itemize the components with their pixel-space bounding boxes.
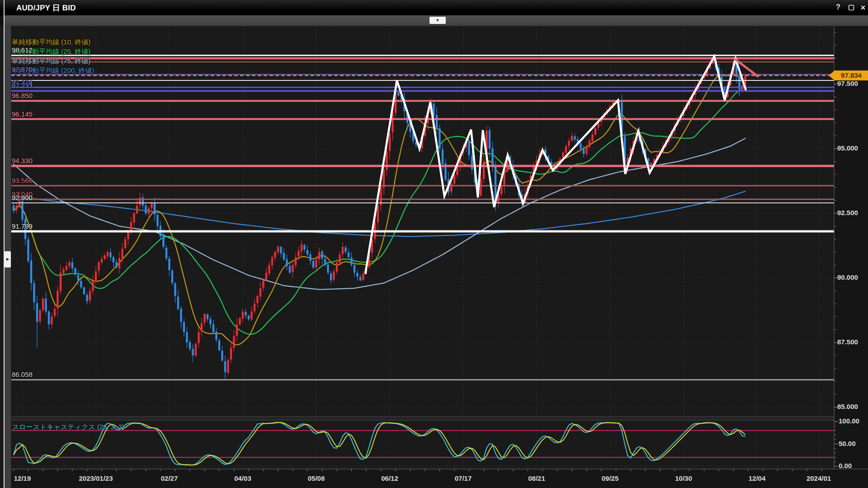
toolbar-collapse-button[interactable]: ▼ — [429, 17, 446, 24]
current-price-tag-arrow — [829, 70, 835, 80]
sidebar-strip: ▶ — [5, 26, 11, 488]
chart-svg[interactable] — [0, 0, 868, 488]
title-bar: AUD/JPY 日 BID ? ▢ × — [0, 0, 868, 16]
chevron-right-icon: ▶ — [6, 257, 9, 261]
toolbar-strip: ▼ — [5, 15, 868, 26]
chevron-down-icon: ▼ — [436, 18, 440, 23]
chart-canvas[interactable] — [0, 0, 868, 488]
current-price-tag: 97.834 — [835, 70, 868, 80]
help-icon[interactable]: ? — [833, 3, 843, 11]
window-title: AUD/JPY 日 BID — [16, 3, 76, 13]
sidebar-expand-button[interactable]: ▶ — [5, 251, 11, 267]
chart-window: AUD/JPY 日 BID ? ▢ × ▼ ▶ 単純移動平均線 (10, 終値)… — [0, 0, 868, 488]
maximize-icon[interactable]: ▢ — [846, 3, 856, 11]
close-icon[interactable]: × — [858, 3, 868, 13]
